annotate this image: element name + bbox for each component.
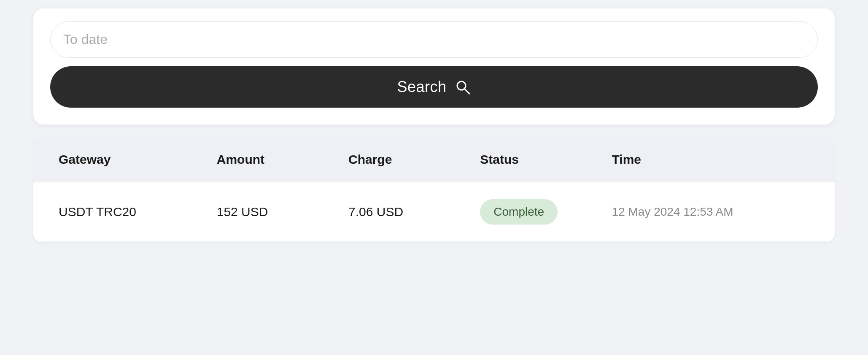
- header-charge: Charge: [348, 152, 480, 167]
- cell-time: 12 May 2024 12:53 AM: [612, 205, 809, 219]
- table-section: Gateway Amount Charge Status Time USDT T…: [33, 137, 835, 242]
- cell-charge: 7.06 USD: [348, 205, 480, 219]
- search-icon: [454, 79, 471, 95]
- status-badge: Complete: [480, 199, 558, 225]
- search-button[interactable]: Search: [50, 66, 818, 108]
- svg-line-1: [464, 89, 469, 94]
- search-section: Search: [33, 8, 835, 125]
- cell-status: Complete: [480, 199, 612, 225]
- cell-gateway: USDT TRC20: [59, 205, 217, 219]
- header-time: Time: [612, 152, 809, 167]
- table-row: USDT TRC20 152 USD 7.06 USD Complete 12 …: [33, 182, 835, 242]
- cell-amount: 152 USD: [217, 205, 348, 219]
- table-header: Gateway Amount Charge Status Time: [33, 137, 835, 182]
- page-container: Search Gateway Amount Charge Status Time…: [33, 8, 835, 242]
- to-date-input[interactable]: [50, 21, 818, 58]
- header-status: Status: [480, 152, 612, 167]
- header-gateway: Gateway: [59, 152, 217, 167]
- date-input-container: [50, 21, 818, 58]
- header-amount: Amount: [217, 152, 348, 167]
- search-button-label: Search: [397, 78, 446, 96]
